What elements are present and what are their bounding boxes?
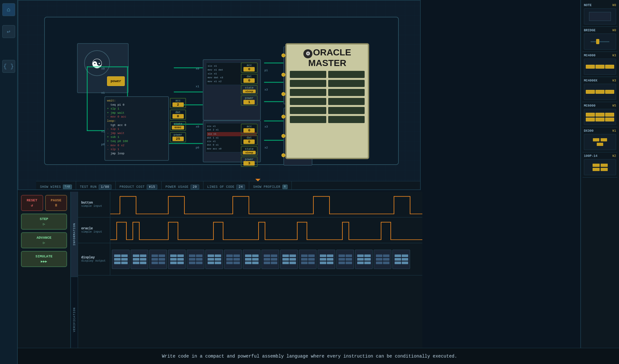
- signal-display-type: display output: [81, 259, 107, 263]
- simulate-button[interactable]: SIMULATE ▶▶▶: [21, 251, 67, 267]
- oracle-row-3: [290, 89, 365, 96]
- circuit-canvas: ☯ power x0 x1 p0 wait: teq: [18, 0, 421, 190]
- component-mc4000x-name: MC4000X: [584, 79, 597, 82]
- code-line-5: - mov 0 acc: [107, 115, 166, 119]
- show-profiler-label: SHOW PROFILER: [253, 185, 280, 189]
- component-mc4000-visual[interactable]: [584, 59, 616, 75]
- mc6000-chip-row-2: [585, 118, 615, 121]
- code-line-7: tgt acc 0: [107, 123, 166, 128]
- mid-chip-2: x0 x3 x2 p0 slx x1 dst 2 x1 slx x1 dst 1…: [203, 120, 261, 162]
- component-mc6000: MC6000 ¥5: [583, 102, 617, 127]
- oracle-icon: ⚙: [303, 49, 312, 58]
- toolbar-arrow: [255, 179, 260, 181]
- code-line-11: + teq p0 100: [107, 139, 166, 144]
- component-note: NOTE ¥0: [583, 2, 617, 27]
- mid1-reg-power: power 1: [241, 95, 258, 106]
- oracle-row-4: [290, 98, 365, 105]
- advance-button[interactable]: ADVANCE ▷: [21, 232, 67, 248]
- mc6000-chip-5: [595, 118, 604, 121]
- component-100p14-header: 100P-14 ¥2: [584, 154, 616, 158]
- mc6000-chip-1: [586, 113, 595, 117]
- left-sidebar: ⌂ ↩ { }: [0, 0, 18, 364]
- sidebar-btn-back[interactable]: ↩: [2, 25, 15, 38]
- reg-dat-label: dat: [175, 111, 181, 114]
- disp-block-14: [355, 250, 373, 269]
- mc6000-chips: [584, 112, 616, 122]
- lines-of-code-item: LINES OF CODE 24: [203, 181, 250, 190]
- mid-chip-2-body: slx x1 dst 2 x1 slx x1 dst 1 x1 slx x1 d…: [203, 120, 261, 162]
- mid1-reg-dat: dat 0: [241, 74, 258, 84]
- code-block-left[interactable]: wait: teq p1 0 + slp 1 + jmp wait - mov …: [104, 96, 169, 161]
- dx300-row-2: [585, 143, 614, 146]
- component-dx300-cost: ¥1: [612, 129, 616, 133]
- component-note-header: NOTE ¥0: [584, 4, 616, 7]
- component-mc4000-header: MC4000 ¥3: [584, 54, 616, 57]
- signal-button-type: simple input: [81, 205, 107, 208]
- code-line-9: - jmp wait: [107, 131, 166, 136]
- reset-pause-row: RESET ↺ PAUSE ⏸: [21, 195, 67, 211]
- port-dot-7: [281, 115, 285, 119]
- signal-row-button: button simple input: [78, 192, 422, 217]
- dx300-controls: [584, 137, 616, 147]
- trace-h1: [87, 66, 129, 67]
- disp-block-9: [261, 250, 279, 269]
- mc6000-chip-6: [605, 118, 614, 121]
- pause-button[interactable]: PAUSE ⏸: [45, 195, 67, 211]
- port-dot-1: [281, 53, 285, 57]
- component-note-name: NOTE: [584, 4, 592, 7]
- component-mc4000x-header: MC4000X ¥3: [584, 79, 616, 82]
- mc4000-chips: [584, 64, 616, 69]
- 100p14-chip-4: [601, 168, 608, 171]
- component-dx300: DX300 ¥1: [583, 127, 617, 152]
- oracle-bar-12: [328, 116, 365, 123]
- reset-button[interactable]: RESET ↺: [21, 195, 43, 211]
- show-profiler-item[interactable]: SHOW PROFILER R: [249, 181, 291, 190]
- disp-block-2: [131, 250, 148, 269]
- disp-block-11: [299, 250, 317, 269]
- tab-information[interactable]: INFORMATION: [71, 192, 78, 277]
- yin-yang-power-btn[interactable]: power: [107, 76, 125, 86]
- port-x0-left: x0: [101, 67, 105, 71]
- trace-v2: [87, 66, 88, 131]
- mid1-port-x3: x3: [264, 88, 268, 91]
- 100p14-chip-3: [593, 168, 600, 171]
- oracle-bar-6: [328, 89, 365, 96]
- show-wires-item[interactable]: SHOW WIRES TAB: [36, 181, 76, 190]
- mc4000-chip-3: [605, 65, 614, 69]
- signal-display-name: display: [81, 256, 107, 259]
- pause-icon: ⏸: [54, 203, 58, 207]
- component-100p14-visual[interactable]: [584, 159, 616, 175]
- component-100p14-cost: ¥2: [612, 154, 616, 158]
- component-dx300-visual[interactable]: [584, 134, 616, 150]
- disp-block-10: [280, 250, 298, 269]
- disp-block-16: [392, 250, 410, 269]
- oracle-bar-10: [328, 107, 365, 114]
- mid-chip-1-regs: acc 0 dat 0 state sleep power 1: [241, 62, 258, 106]
- component-bridge-visual[interactable]: [584, 34, 616, 50]
- sidebar-btn-code[interactable]: { }: [2, 60, 15, 73]
- status-bar: Write code in a compact and powerful ass…: [0, 348, 619, 364]
- 100p14-chip-2: [601, 164, 608, 167]
- reg-state-value: exec: [172, 126, 184, 129]
- port-x1-left2: x1: [101, 130, 105, 133]
- reg-dat-left: dat 0: [170, 110, 186, 120]
- mid1-reg-state: state sleep: [241, 85, 258, 94]
- signals-area: button simple input oracle simple input: [78, 192, 422, 362]
- reg-dat-value: 0: [172, 114, 184, 119]
- oracle-bar-4: [328, 80, 365, 87]
- step-icon: ▷: [43, 222, 45, 226]
- mid2-port-x3: x3: [264, 125, 268, 129]
- component-note-cost: ¥0: [612, 4, 616, 7]
- code-line-2: teq p1 0: [107, 103, 166, 107]
- component-note-visual[interactable]: [584, 8, 616, 24]
- lines-of-code-label: LINES OF CODE: [207, 185, 235, 189]
- step-button[interactable]: STEP ▷: [21, 214, 67, 230]
- reg-state-label: state: [173, 122, 182, 126]
- oracle-bar-11: [290, 116, 326, 123]
- code-line-6: loop:: [107, 119, 166, 123]
- bridge-slider-thumb: [596, 39, 599, 44]
- sidebar-btn-home[interactable]: ⌂: [2, 3, 15, 16]
- component-mc6000-visual[interactable]: [584, 109, 616, 125]
- component-mc4000x-visual[interactable]: [584, 84, 616, 100]
- code-line-10: + sub 1: [107, 135, 166, 139]
